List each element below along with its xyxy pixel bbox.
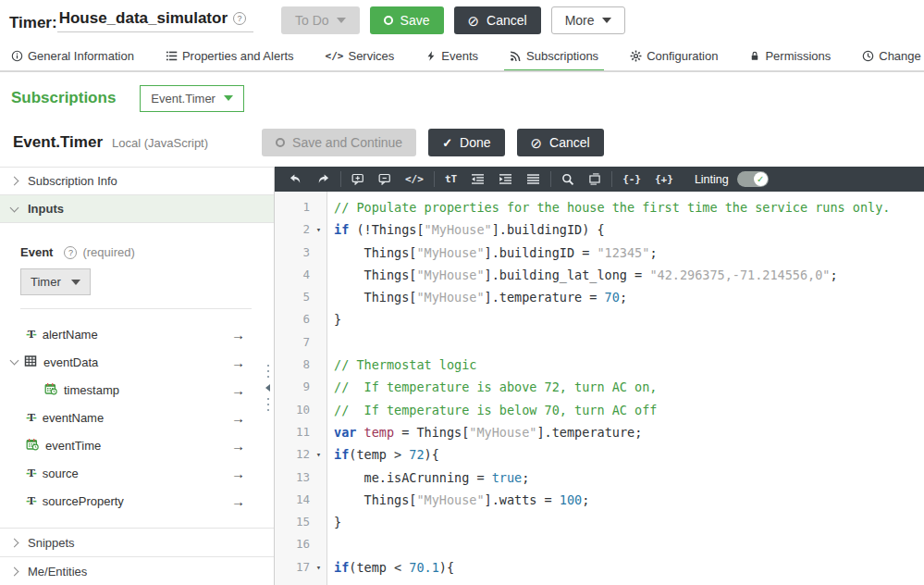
code-line[interactable]: 14 Things["MyHouse"].watts = 100; — [275, 489, 924, 511]
cancel-label: Cancel — [487, 13, 527, 28]
code-line[interactable]: 13 me.isACrunning = true; — [275, 467, 924, 489]
code-line[interactable]: 4 Things["MyHouse"].building_lat_long = … — [275, 264, 924, 286]
text-basetype-icon: -T- — [26, 495, 36, 507]
tab-events[interactable]: Events — [425, 41, 478, 70]
section-inputs[interactable]: Inputs — [0, 195, 274, 223]
chevron-down-icon[interactable] — [10, 356, 19, 366]
code-line[interactable]: 3 Things["MyHouse"].buildingID = "12345"… — [275, 242, 924, 264]
redo-icon[interactable] — [316, 173, 330, 185]
section-me-entities[interactable]: Me/Entities — [0, 556, 274, 585]
tree-item-label: eventName — [43, 411, 104, 425]
code-line[interactable]: 10// If temperature is below 70, turn AC… — [275, 399, 924, 421]
code-line[interactable]: 6} — [275, 308, 924, 330]
outdent-icon[interactable] — [471, 173, 485, 185]
lock-icon — [749, 50, 760, 62]
tab-services[interactable]: </>Services — [326, 41, 395, 70]
section-subscription-info[interactable]: Subscription Info — [0, 168, 274, 195]
top-bar: Timer: House_data_simulator ? To Do Save… — [0, 0, 924, 41]
line-number: 13 — [275, 467, 310, 489]
event-dropdown-value: Timer — [31, 275, 61, 289]
add-comment-icon[interactable] — [351, 173, 364, 185]
section-label: Snippets — [28, 536, 75, 550]
event-dropdown[interactable]: Timer — [20, 268, 91, 295]
code-line[interactable]: 17▾if(temp < 70.1){ — [275, 556, 924, 579]
undo-icon[interactable] — [289, 173, 302, 185]
tab-configuration[interactable]: Configuration — [630, 41, 718, 70]
code-text: } — [327, 511, 341, 533]
search-icon[interactable] — [561, 173, 574, 186]
code-line[interactable]: 1// Populate properties for the house th… — [275, 196, 924, 218]
tab-properties-and-alerts[interactable]: Properties and Alerts — [166, 41, 294, 70]
map-input-arrow-icon[interactable]: → — [231, 438, 245, 454]
save-button[interactable]: Save — [370, 6, 444, 34]
fold-marker-icon[interactable]: ▾ — [310, 218, 327, 241]
code-line[interactable]: 15} — [275, 511, 924, 533]
replace-icon[interactable] — [588, 173, 601, 185]
section-snippets[interactable]: Snippets — [0, 528, 274, 556]
entity-name-field[interactable]: House_data_simulator ? — [57, 9, 253, 32]
remove-comment-icon[interactable] — [378, 173, 391, 185]
format-icon[interactable] — [526, 173, 540, 185]
code-line[interactable]: 16 — [275, 533, 924, 555]
linting-label: Linting — [695, 173, 729, 186]
code-line[interactable]: 12▾if(temp > 72){ — [275, 443, 924, 466]
top-actions: To Do Save ⊘ Cancel More — [281, 6, 625, 34]
code-line[interactable]: 5 Things["MyHouse"].temperature = 70; — [275, 286, 924, 308]
map-input-arrow-icon[interactable]: → — [231, 410, 245, 426]
map-input-arrow-icon[interactable]: → — [231, 466, 245, 481]
tree-item-source[interactable]: -T-source→ — [11, 459, 274, 487]
panel-resize-handle[interactable] — [265, 364, 270, 412]
map-input-arrow-icon[interactable]: → — [231, 327, 245, 342]
subscription-selector-value: Event.Timer — [151, 92, 216, 106]
chevron-down-icon — [602, 18, 611, 23]
code-text: Things["MyHouse"].buildingID = "12345"; — [327, 242, 658, 264]
save-label: Save — [400, 13, 430, 28]
code-area[interactable]: 1// Populate properties for the house th… — [275, 192, 924, 585]
todo-button[interactable]: To Do — [281, 6, 360, 34]
fold-marker-icon[interactable]: ▾ — [310, 556, 327, 579]
map-input-arrow-icon[interactable]: → — [231, 493, 245, 509]
tree-item-alertname[interactable]: -T-alertName→ — [11, 320, 274, 348]
editor-cancel-button[interactable]: ⊘ Cancel — [517, 129, 604, 156]
fold-braces-icon[interactable]: {-} — [622, 174, 641, 184]
help-icon[interactable]: ? — [64, 246, 77, 259]
code-snippet-icon[interactable]: </> — [405, 174, 424, 184]
font-size-icon[interactable]: tT — [445, 174, 457, 184]
subscription-selector[interactable]: Event.Timer — [140, 85, 244, 112]
line-number: 15 — [275, 511, 310, 533]
gear-icon — [630, 50, 642, 62]
cancel-button[interactable]: ⊘ Cancel — [454, 6, 541, 34]
code-line[interactable]: 11var temp = Things["MyHouse"].temperatu… — [275, 421, 924, 443]
more-button[interactable]: More — [551, 6, 625, 34]
tree-item-sourceproperty[interactable]: -T-sourceProperty→ — [11, 487, 274, 515]
save-and-continue-button[interactable]: Save and Continue — [262, 129, 416, 156]
tree-item-eventname[interactable]: -T-eventName→ — [11, 404, 274, 431]
line-number: 12 — [275, 443, 310, 466]
linting-toggle[interactable]: ✓ — [737, 171, 769, 187]
indent-icon[interactable] — [499, 173, 512, 185]
fold-marker-icon[interactable]: ▾ — [310, 443, 327, 466]
tab-change-hi[interactable]: Change Hi — [862, 41, 924, 70]
tree-item-eventtime[interactable]: eventTime→ — [11, 431, 274, 459]
line-number: 1 — [275, 196, 310, 218]
code-text: me.isACrunning = true; — [327, 467, 529, 489]
code-line[interactable]: 7 — [275, 331, 924, 354]
tab-general-information[interactable]: General Information — [11, 41, 134, 70]
unfold-braces-icon[interactable]: {+} — [655, 174, 673, 184]
code-line[interactable]: 2▾if (!Things["MyHouse"].buildingID) { — [275, 218, 924, 241]
code-line[interactable]: 8// Thermostat logic — [275, 354, 924, 376]
chevron-down-icon — [71, 280, 80, 285]
tree-item-eventdata[interactable]: eventData→ — [11, 348, 274, 376]
save-circle-icon — [276, 138, 285, 147]
code-line[interactable]: 9// If temperature is above 72, turn AC … — [275, 376, 924, 398]
tab-permissions[interactable]: Permissions — [749, 41, 831, 70]
done-button[interactable]: ✓ Done — [428, 129, 504, 156]
tab-label: Subscriptions — [526, 49, 598, 63]
text-basetype-icon: -T- — [26, 412, 36, 424]
help-icon[interactable]: ? — [233, 12, 246, 25]
tab-subscriptions[interactable]: Subscriptions — [510, 41, 598, 70]
map-input-arrow-icon[interactable]: → — [231, 355, 245, 370]
section-label: Subscription Info — [28, 174, 117, 188]
tree-item-timestamp[interactable]: timestamp→ — [11, 376, 274, 404]
map-input-arrow-icon[interactable]: → — [231, 382, 245, 398]
